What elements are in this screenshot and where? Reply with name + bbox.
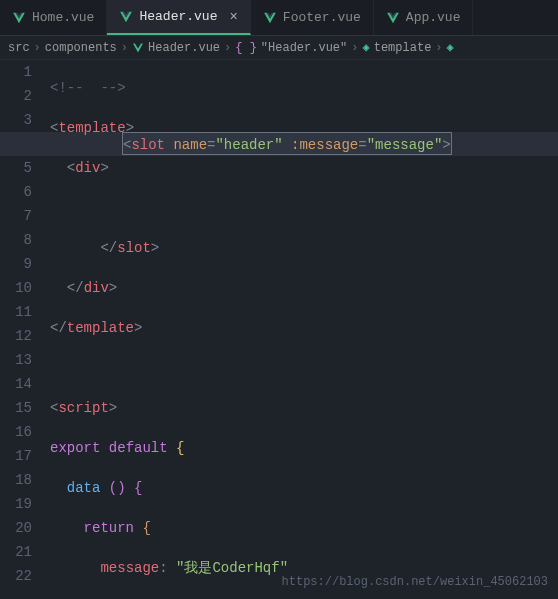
watermark: https://blog.csdn.net/weixin_45062103 [282, 575, 548, 589]
vue-icon [386, 11, 400, 25]
braces-icon: { } [235, 41, 257, 55]
tab-app[interactable]: App.vue [374, 0, 474, 35]
breadcrumb-template[interactable]: template [374, 41, 432, 55]
breadcrumb-src[interactable]: src [8, 41, 30, 55]
breadcrumb[interactable]: src › components › Header.vue › { } "Hea… [0, 36, 558, 60]
tab-label: Header.vue [139, 9, 217, 24]
tab-home[interactable]: Home.vue [0, 0, 107, 35]
vue-icon [132, 42, 144, 54]
chevron-right-icon: › [351, 41, 358, 55]
code-editor[interactable]: 12345678910111213141516171819202122 <!--… [0, 60, 558, 599]
tab-label: Home.vue [32, 10, 94, 25]
vue-icon [119, 10, 133, 24]
code-content[interactable]: <!-- --> <template> <div> <slot name="he… [50, 60, 558, 599]
tab-bar: Home.vue Header.vue × Footer.vue App.vue [0, 0, 558, 36]
breadcrumb-section[interactable]: "Header.vue" [261, 41, 347, 55]
vue-icon [263, 11, 277, 25]
chevron-right-icon: › [121, 41, 128, 55]
chevron-right-icon: › [435, 41, 442, 55]
tab-label: App.vue [406, 10, 461, 25]
tab-label: Footer.vue [283, 10, 361, 25]
breadcrumb-file[interactable]: Header.vue [148, 41, 220, 55]
tab-header[interactable]: Header.vue × [107, 0, 250, 35]
cube-icon: ◈ [447, 40, 454, 55]
vue-icon [12, 11, 26, 25]
cube-icon: ◈ [362, 40, 369, 55]
breadcrumb-components[interactable]: components [45, 41, 117, 55]
tab-footer[interactable]: Footer.vue [251, 0, 374, 35]
chevron-right-icon: › [34, 41, 41, 55]
chevron-right-icon: › [224, 41, 231, 55]
close-icon[interactable]: × [229, 9, 237, 25]
